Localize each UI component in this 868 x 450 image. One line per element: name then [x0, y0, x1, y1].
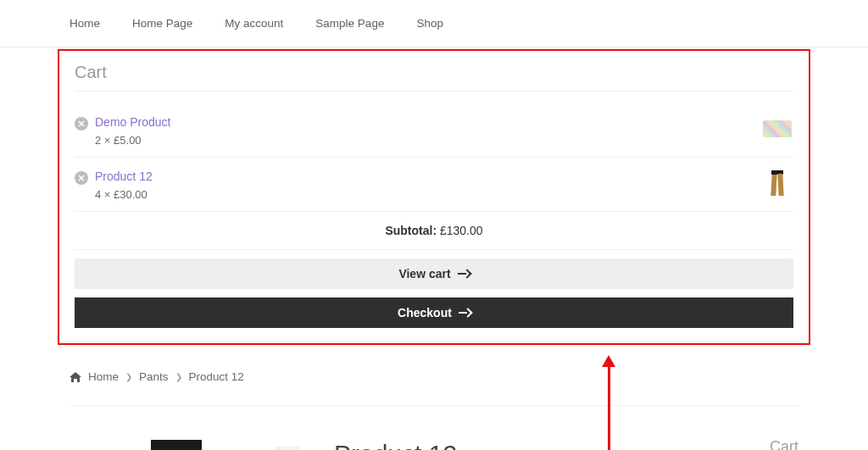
remove-item-button[interactable]: [75, 117, 88, 131]
home-icon: [70, 372, 81, 382]
cart-item-meta: 2 × £5.00: [95, 134, 754, 147]
cart-item-thumbnail[interactable]: [761, 115, 793, 142]
nav-item-my-account[interactable]: My account: [225, 14, 283, 33]
close-icon: [78, 120, 85, 127]
checkout-button[interactable]: Checkout: [75, 297, 793, 328]
breadcrumb-current: Product 12: [189, 370, 244, 383]
product-image[interactable]: [70, 440, 283, 450]
arrow-right-icon: [459, 308, 470, 317]
cart-widget-title: Cart: [75, 63, 793, 92]
cart-subtotal: Subtotal: £130.00: [75, 212, 793, 250]
cart-item-name[interactable]: Demo Product: [95, 115, 754, 129]
nav-item-shop[interactable]: Shop: [416, 14, 443, 33]
breadcrumb-home[interactable]: Home: [88, 370, 119, 383]
product-title: Product 12: [334, 440, 457, 450]
checkout-label: Checkout: [398, 306, 452, 319]
breadcrumb-sep: ❯: [125, 372, 132, 381]
subtotal-label: Subtotal:: [385, 224, 437, 237]
arrow-right-icon: [458, 269, 470, 278]
cart-widget-highlight: Cart Demo Product 2 × £5.00 Product 12 4…: [58, 49, 810, 345]
cart-item-thumbnail[interactable]: [761, 169, 793, 197]
cart-item-meta: 4 × £30.00: [95, 188, 754, 201]
sidebar-cart-title: Cart: [770, 438, 798, 450]
zoom-button[interactable]: [275, 447, 300, 450]
cart-item: Demo Product 2 × £5.00: [75, 103, 793, 158]
nav-item-home-page[interactable]: Home Page: [132, 14, 192, 33]
page-content: Home ❯ Pants ❯ Product 12 Product 12 Car…: [0, 353, 868, 450]
top-nav: Home Home Page My account Sample Page Sh…: [0, 0, 868, 47]
cart-item-info: Demo Product 2 × £5.00: [95, 115, 754, 147]
sidebar-cart: Cart: [770, 438, 798, 450]
close-icon: [78, 175, 85, 181]
cart-item-info: Product 12 4 × £30.00: [95, 169, 754, 201]
pants-icon: [771, 170, 783, 196]
breadcrumb: Home ❯ Pants ❯ Product 12: [70, 370, 798, 406]
nav-item-sample-page[interactable]: Sample Page: [315, 14, 384, 33]
cart-item-name[interactable]: Product 12: [95, 169, 754, 183]
product-tile-icon: [763, 120, 792, 137]
pants-icon: [134, 440, 219, 450]
subtotal-value: £130.00: [440, 224, 483, 237]
remove-item-button[interactable]: [75, 171, 88, 185]
nav-item-home[interactable]: Home: [70, 14, 100, 33]
view-cart-label: View cart: [398, 267, 450, 281]
breadcrumb-category[interactable]: Pants: [139, 370, 169, 383]
cart-item: Product 12 4 × £30.00: [75, 158, 793, 212]
breadcrumb-sep: ❯: [175, 372, 182, 381]
view-cart-button[interactable]: View cart: [75, 258, 793, 289]
product-row: Product 12: [70, 440, 798, 450]
